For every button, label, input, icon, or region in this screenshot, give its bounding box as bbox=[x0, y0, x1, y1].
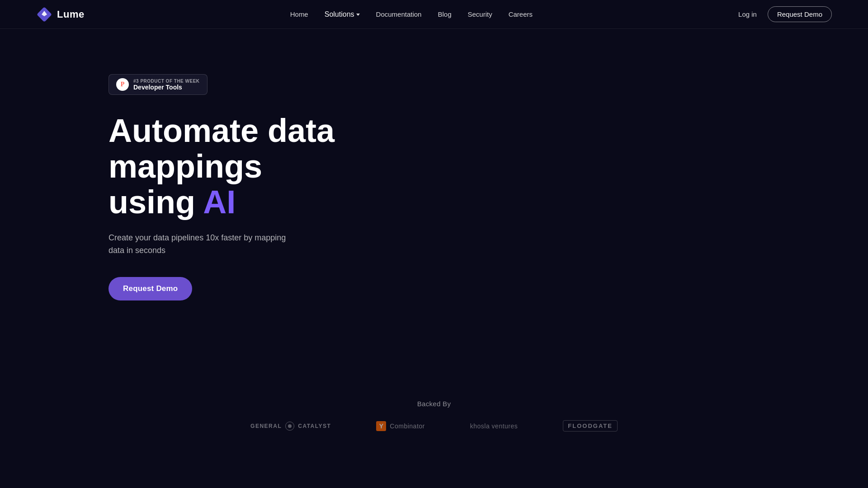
nav-link-careers[interactable]: Careers bbox=[509, 10, 533, 18]
nav-item-documentation[interactable]: Documentation bbox=[376, 10, 422, 19]
nav-link-security[interactable]: Security bbox=[467, 10, 492, 18]
nav-link-solutions[interactable]: Solutions bbox=[325, 10, 360, 19]
hero-headline-line2: using bbox=[108, 184, 203, 220]
nav-link-documentation[interactable]: Documentation bbox=[376, 10, 422, 18]
yc-y-letter: Y bbox=[379, 423, 383, 429]
main-nav: Lume Home Solutions Documentation Blog S… bbox=[0, 0, 868, 29]
gc-icon bbox=[285, 422, 294, 431]
hero-section: P #3 PRODUCT OF THE WEEK Developer Tools… bbox=[0, 29, 868, 328]
hero-ai-text: AI bbox=[203, 184, 236, 220]
logo-icon bbox=[36, 6, 52, 23]
floodgate-logo: FLOODGATE bbox=[563, 420, 618, 432]
chevron-down-icon bbox=[356, 14, 360, 16]
gc-text: GENERAL bbox=[250, 423, 282, 429]
nav-item-security[interactable]: Security bbox=[467, 10, 492, 19]
nav-link-home[interactable]: Home bbox=[290, 10, 308, 18]
yc-combinator-text: Combinator bbox=[390, 422, 425, 430]
product-hunt-badge[interactable]: P #3 PRODUCT OF THE WEEK Developer Tools bbox=[108, 74, 208, 95]
nav-item-solutions[interactable]: Solutions bbox=[325, 10, 360, 19]
yc-square: Y bbox=[376, 421, 386, 431]
floodgate-text: FLOODGATE bbox=[568, 422, 613, 429]
hero-headline-line1: Automate data mappings bbox=[108, 113, 335, 184]
logo-link[interactable]: Lume bbox=[36, 6, 85, 23]
general-catalyst-logo: GENERAL CATALYST bbox=[250, 422, 331, 431]
ph-badge-text: #3 PRODUCT OF THE WEEK Developer Tools bbox=[133, 79, 200, 91]
ph-category: Developer Tools bbox=[133, 84, 200, 91]
khosla-text: khosla ventures bbox=[470, 422, 518, 430]
ph-rank: #3 PRODUCT OF THE WEEK bbox=[133, 79, 200, 84]
nav-link-blog[interactable]: Blog bbox=[438, 10, 451, 18]
product-hunt-icon: P bbox=[116, 78, 129, 91]
logo-text: Lume bbox=[57, 9, 85, 20]
nav-item-careers[interactable]: Careers bbox=[509, 10, 533, 19]
hero-headline: Automate data mappings using AI bbox=[108, 113, 425, 221]
gc-text-2: CATALYST bbox=[298, 423, 331, 429]
khosla-logo: khosla ventures bbox=[470, 422, 518, 430]
backed-section: Backed By GENERAL CATALYST Y Combinator … bbox=[0, 400, 868, 450]
login-link[interactable]: Log in bbox=[738, 10, 757, 18]
request-demo-nav-button[interactable]: Request Demo bbox=[768, 6, 832, 22]
request-demo-hero-button[interactable]: Request Demo bbox=[108, 277, 192, 300]
backed-label: Backed By bbox=[0, 400, 868, 408]
nav-right: Log in Request Demo bbox=[738, 6, 832, 22]
hero-subtext: Create your data pipelines 10x faster by… bbox=[108, 231, 303, 258]
y-combinator-logo: Y Combinator bbox=[376, 421, 425, 431]
nav-item-blog[interactable]: Blog bbox=[438, 10, 451, 19]
nav-item-home[interactable]: Home bbox=[290, 10, 308, 19]
gc-icon-inner bbox=[288, 424, 292, 428]
backers-row: GENERAL CATALYST Y Combinator khosla ven… bbox=[0, 420, 868, 432]
nav-links: Home Solutions Documentation Blog Securi… bbox=[290, 10, 533, 19]
